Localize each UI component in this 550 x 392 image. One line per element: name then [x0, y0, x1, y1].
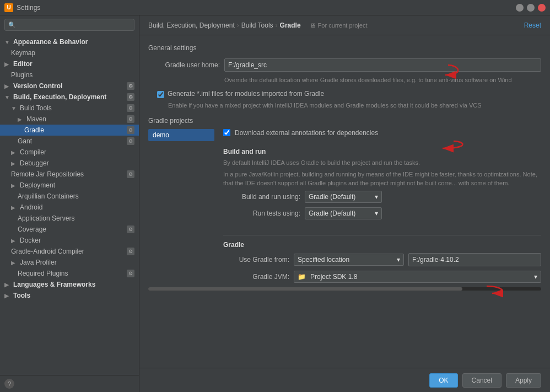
sidebar-item-required-plugins[interactable]: Required Plugins ⚙ [0, 268, 139, 279]
projects-list: demo [148, 129, 214, 283]
title-bar: U Settings [0, 0, 550, 15]
gradle-location-input[interactable] [408, 253, 541, 266]
sidebar-item-build-exec[interactable]: ▼ Build, Execution, Deployment ⚙ [0, 92, 139, 103]
run-tests-select[interactable]: Gradle (Default) ▾ [305, 207, 382, 219]
minimize-button[interactable] [516, 4, 524, 12]
nav-badge: ⚙ [127, 82, 134, 90]
build-run-section: Build and run By default IntelliJ IDEA u… [223, 148, 541, 224]
expand-arrow: ▼ [11, 105, 18, 111]
sidebar-item-deployment[interactable]: ▶ Deployment [0, 180, 139, 191]
nav-badge: ⚙ [127, 93, 134, 101]
gradle-jvm-label: Gradle JVM: [223, 273, 289, 281]
sidebar-item-languages[interactable]: ▶ Languages & Frameworks [0, 279, 139, 290]
build-run-value: Gradle (Default) [309, 193, 355, 201]
nav-badge: ⚙ [127, 137, 134, 145]
sidebar-item-gant[interactable]: Gant ⚙ [0, 136, 139, 147]
download-annotations-checkbox[interactable] [223, 129, 230, 136]
sidebar-item-maven[interactable]: ▶ Maven ⚙ [0, 114, 139, 125]
sidebar-item-appearance[interactable]: ▼ Appearance & Behavior [0, 36, 139, 47]
general-settings-title: General settings [148, 44, 541, 52]
sidebar-item-label: Debugger [20, 159, 49, 167]
sidebar-item-label: Tools [13, 292, 30, 299]
generate-iml-label: Generate *.iml files for modules importe… [168, 90, 324, 98]
sidebar-item-compiler[interactable]: ▶ Compiler [0, 147, 139, 158]
sidebar-item-label: Gradle [24, 126, 44, 134]
content-area: General settings Gradle user home: Overr… [139, 35, 550, 368]
search-input[interactable] [18, 21, 131, 29]
sidebar-item-app-servers[interactable]: Application Servers [0, 213, 139, 224]
search-box[interactable]: 🔍 [4, 19, 134, 31]
sidebar-item-remote-jar[interactable]: Remote Jar Repositories ⚙ [0, 169, 139, 180]
breadcrumb-project: 🖥 For current project [310, 22, 368, 29]
scrollbar[interactable] [148, 287, 541, 291]
breadcrumb-tools[interactable]: Build Tools [241, 22, 273, 29]
nav-badge: ⚙ [127, 104, 134, 112]
sidebar-item-docker[interactable]: ▶ Docker [0, 235, 139, 246]
cancel-button[interactable]: Cancel [462, 373, 502, 388]
projects-body: demo Download external annotations for d… [148, 129, 541, 283]
chevron-down-icon: ▾ [375, 193, 378, 201]
project-icon: 🖥 [310, 22, 316, 29]
breadcrumb-build[interactable]: Build, Execution, Deployment [148, 22, 235, 29]
sidebar-item-gradle-android[interactable]: Gradle-Android Compiler ⚙ [0, 246, 139, 257]
breadcrumb-gradle[interactable]: Gradle [280, 22, 301, 29]
gradle-jvm-select[interactable]: 📁 Project SDK 1.8 ▾ [294, 271, 541, 283]
sidebar-item-editor[interactable]: ▶ Editor [0, 58, 139, 69]
nav-badge: ⚙ [127, 248, 134, 255]
sidebar-item-label: Coverage [18, 225, 46, 233]
window-controls [516, 4, 546, 12]
gradle-home-hint: Override the default location where Grad… [224, 76, 541, 84]
right-panel: Build, Execution, Deployment › Build Too… [139, 15, 550, 392]
nav-badge: ⚙ [127, 170, 134, 178]
nav-tree: ▼ Appearance & Behavior Keymap ▶ Editor … [0, 34, 139, 375]
sidebar-item-coverage[interactable]: Coverage ⚙ [0, 224, 139, 235]
generate-iml-row: Generate *.iml files for modules importe… [157, 90, 541, 98]
sidebar-item-build-tools[interactable]: ▼ Build Tools ⚙ [0, 103, 139, 114]
sidebar-item-label: Editor [13, 60, 33, 68]
apply-button[interactable]: Apply [506, 373, 541, 388]
sidebar-item-java-profiler[interactable]: ▶ Java Profiler [0, 257, 139, 268]
gradle-inner-section: Gradle Use Gradle from: Specified locati… [223, 235, 541, 283]
chevron-down-icon: ▾ [397, 256, 400, 264]
gradle-user-home-input[interactable] [224, 58, 541, 72]
sidebar-item-label: Build Tools [20, 104, 52, 112]
sidebar-item-label: Compiler [20, 148, 46, 156]
sidebar-item-debugger[interactable]: ▶ Debugger [0, 158, 139, 169]
sidebar-item-label: Languages & Frameworks [13, 281, 95, 288]
sidebar-item-arquillian[interactable]: Arquillian Containers [0, 191, 139, 202]
breadcrumb-sep: › [276, 22, 278, 29]
folder-icon: 📁 [298, 273, 306, 281]
dialog-footer: OK Cancel Apply [139, 368, 550, 392]
expand-arrow: ▶ [11, 238, 18, 244]
sidebar-item-android[interactable]: ▶ Android [0, 202, 139, 213]
generate-iml-section: Generate *.iml files for modules importe… [157, 90, 541, 110]
app-icon: U [4, 3, 13, 12]
build-run-title: Build and run [223, 148, 541, 155]
build-run-select[interactable]: Gradle (Default) ▾ [305, 191, 382, 203]
close-button[interactable] [538, 4, 546, 12]
sidebar-item-plugins[interactable]: Plugins [0, 69, 139, 80]
download-annotations-label: Download external annotations for depend… [235, 129, 378, 137]
sidebar-item-label: Docker [20, 237, 41, 244]
use-gradle-from-select[interactable]: Specified location ▾ [294, 254, 404, 266]
project-label: For current project [318, 22, 368, 29]
project-demo-item[interactable]: demo [148, 129, 214, 141]
maximize-button[interactable] [527, 4, 535, 12]
sidebar-item-gradle[interactable]: Gradle ⚙ [0, 125, 139, 136]
generate-iml-checkbox[interactable] [157, 91, 164, 98]
sidebar-item-tools[interactable]: ▶ Tools [0, 290, 139, 301]
run-tests-using-row: Run tests using: Gradle (Default) ▾ [223, 207, 541, 219]
reset-link[interactable]: Reset [524, 22, 541, 29]
sidebar-item-keymap[interactable]: Keymap [0, 47, 139, 58]
sidebar-item-label: Remote Jar Repositories [11, 170, 84, 178]
ok-button[interactable]: OK [429, 373, 457, 388]
run-tests-value: Gradle (Default) [309, 210, 355, 217]
sidebar-item-label: Arquillian Containers [18, 192, 79, 200]
help-button[interactable]: ? [4, 379, 14, 389]
sidebar-item-version-control[interactable]: ▶ Version Control ⚙ [0, 80, 139, 92]
gradle-user-home-row: Gradle user home: [148, 58, 541, 72]
nav-badge: ⚙ [127, 225, 134, 233]
gradle-jvm-value: Project SDK 1.8 [310, 273, 357, 281]
sidebar-item-label: Maven [26, 115, 46, 123]
download-annotations-row: Download external annotations for depend… [223, 129, 541, 137]
